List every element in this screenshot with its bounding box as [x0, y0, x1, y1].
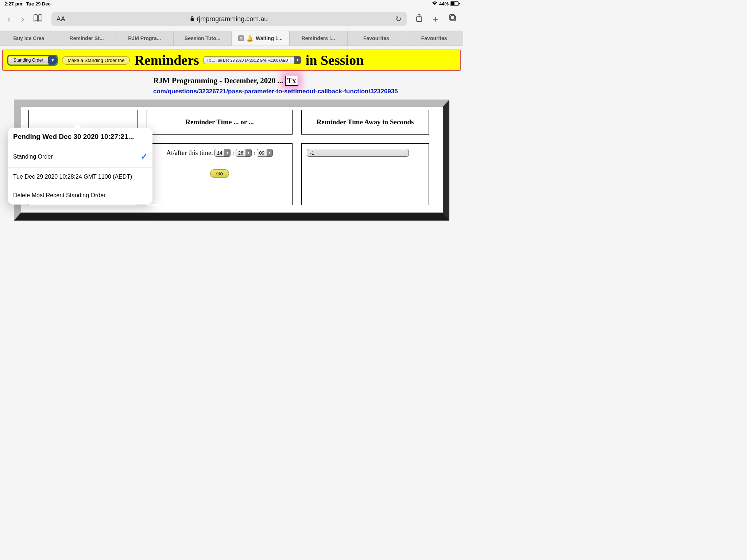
status-bar: 2:27 pm Tue 29 Dec 44% [0, 0, 463, 7]
tab-buy-ice[interactable]: Buy Ice Crea [0, 31, 58, 46]
popover-item-standing-order[interactable]: Standing Order ✓ [8, 146, 152, 168]
header-seconds-away: Reminder Time Away in Seconds [301, 110, 429, 135]
tab-reminders-i[interactable]: Reminders i... [290, 31, 348, 46]
svg-rect-3 [449, 15, 454, 20]
chevron-down-icon: ▼ [245, 149, 251, 156]
bell-icon: 🔔 [246, 35, 253, 42]
status-date: Tue 29 Dec [26, 1, 51, 7]
chevron-down-icon: ▼ [294, 57, 301, 64]
popover-item-timestamp[interactable]: Tue Dec 29 2020 10:28:24 GMT 1100 (AEDT) [8, 168, 152, 186]
url-text: rjmprogramming.com.au [197, 15, 268, 23]
seconds-away-input[interactable] [307, 149, 409, 157]
text-size-button[interactable]: AA [57, 15, 65, 23]
stackoverflow-link[interactable]: com/questions/32326721/pass-parameter-to… [153, 88, 398, 95]
battery-percent: 44% [439, 1, 449, 7]
timestamp-select[interactable]: Tx ... Tue Dec 29 2020 14:26:12 GMT+1100… [204, 56, 301, 64]
back-button[interactable]: ‹ [7, 13, 11, 25]
new-tab-icon[interactable]: + [433, 13, 438, 25]
page-subtitle: RJM Programming - December, 2020 ... Tx [0, 76, 463, 86]
tab-session-tuto[interactable]: Session Tuto... [174, 31, 232, 46]
forward-button[interactable]: › [21, 13, 24, 25]
banner-word-in-session: in Session [306, 52, 364, 68]
second-select[interactable]: 09 ▼ [257, 149, 273, 157]
header-reminder-time: Reminder Time ... or ... [147, 110, 293, 135]
hour-select[interactable]: 14 ▼ [214, 149, 231, 157]
tab-favourites-1[interactable]: Favourites [348, 31, 406, 46]
banner-word-reminders: Reminders [134, 52, 199, 68]
tab-favourites-2[interactable]: Favourites [405, 31, 463, 46]
time-cell: At/after this time: 14 ▼ : 26 ▼ : 09 ▼ [147, 143, 293, 205]
address-bar[interactable]: AA rjmprogramming.com.au ↻ [51, 12, 407, 26]
popover-header: Pending Wed Dec 30 2020 10:27:21... [8, 128, 152, 146]
standing-order-select[interactable]: Standing Order ▼ [7, 55, 58, 66]
reload-button[interactable]: ↻ [395, 15, 402, 23]
bookmarks-icon[interactable] [33, 14, 43, 24]
svg-rect-0 [191, 18, 194, 21]
browser-toolbar: ‹ › AA rjmprogramming.com.au ↻ + [0, 7, 463, 31]
lock-icon [190, 16, 194, 22]
minute-select[interactable]: 26 ▼ [236, 149, 252, 157]
seconds-cell [301, 143, 429, 205]
popover-item-delete[interactable]: Delete Most Recent Standing Order [8, 186, 152, 205]
status-time: 2:27 pm [4, 1, 22, 7]
tab-waiting[interactable]: ✕ 🔔 Waiting 1... [232, 31, 290, 46]
close-icon[interactable]: ✕ [238, 35, 244, 41]
make-standing-order-button[interactable]: Make a Standing Order the [62, 56, 130, 65]
tab-rjm-progra[interactable]: RJM Progra... [116, 31, 174, 46]
svg-rect-2 [450, 16, 456, 21]
go-button[interactable]: Go [210, 169, 229, 178]
chevron-down-icon: ▼ [267, 149, 272, 156]
banner: Standing Order ▼ Make a Standing Order t… [2, 50, 461, 71]
dropdown-popover: Pending Wed Dec 30 2020 10:27:21... Stan… [8, 128, 152, 205]
chevron-down-icon: ▼ [224, 149, 230, 156]
tx-box: Tx [285, 76, 298, 86]
tab-reminder-st[interactable]: Reminder St... [58, 31, 116, 46]
tabs-icon[interactable] [449, 14, 457, 24]
time-label: At/after this time: [166, 149, 213, 157]
tab-bar: Buy Ice Crea Reminder St... RJM Progra..… [0, 31, 463, 46]
chevron-down-icon: ▼ [49, 56, 57, 65]
share-icon[interactable] [415, 13, 423, 24]
check-icon: ✓ [141, 152, 147, 162]
wifi-icon [432, 1, 438, 7]
battery-icon [450, 1, 459, 6]
